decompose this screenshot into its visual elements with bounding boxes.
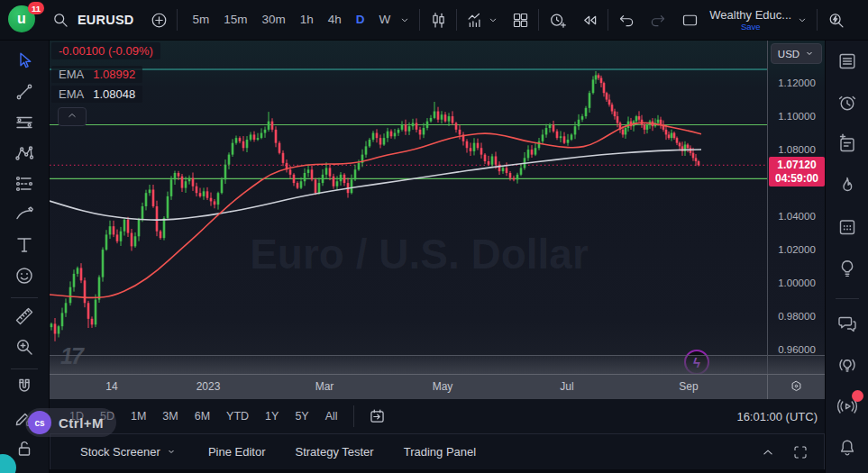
interval-4h[interactable]: 4h [321,7,349,32]
panel-tab-trading-panel[interactable]: Trading Panel [404,445,476,459]
clock-utc: 16:01:00 (UTC) [736,410,818,423]
price-pane[interactable]: 17 -0.00100 (-0.09%) EMA1.08992 EMA1.080… [50,41,767,374]
layout-select-button[interactable] [679,9,700,31]
ema-fast-legend[interactable]: EMA1.08992 [51,66,142,83]
bottom-panel-bar: Stock ScreenerPine EditorStrategy Tester… [50,433,825,469]
noteplus-icon [836,133,858,159]
sidebar-ideas-button[interactable] [832,255,863,286]
layout-name-menu[interactable]: Wealthy Educ... Save [709,8,791,32]
brush-tool[interactable] [9,201,40,232]
text-tool[interactable] [9,232,40,262]
price-tick-label: 0.96000 [768,344,826,355]
save-button[interactable]: Save [741,22,761,32]
search-icon [50,9,71,31]
chevron-down-icon [166,446,178,459]
panel-expand-chevron-up[interactable] [757,441,779,463]
pattern-xabcd-tool[interactable] [9,140,40,170]
range-3m[interactable]: 3M [154,410,186,423]
toolbar-divider [11,297,38,298]
sidebar-notes-button[interactable] [832,131,863,161]
redo-button[interactable] [646,9,668,31]
ema-slow-value: 1.08048 [93,87,135,101]
bell-icon [836,437,858,462]
range-ytd[interactable]: YTD [218,410,257,423]
chevron-down-icon [804,48,815,60]
sidebar-watchlist-button[interactable] [832,48,863,78]
panel-tab-pine-editor[interactable]: Pine Editor [208,445,266,459]
panel-maximize-button[interactable] [790,441,811,463]
magnet-tool[interactable] [9,374,40,405]
cursor-tool[interactable] [9,48,40,78]
sidebar-streams-button[interactable] [832,351,863,382]
gear-icon [789,378,804,397]
price-tick-label: 1.02000 [768,244,826,255]
time-tick-label: 2023 [196,380,221,393]
toolbar-divider [538,9,539,31]
pane-bottom-fade [50,356,825,374]
sidebar-divider [836,298,859,299]
panel-tab-stock-screener[interactable]: Stock Screener [80,445,178,459]
sidebar-alerts-button[interactable] [832,89,863,120]
range-6m[interactable]: 6M [187,410,218,423]
indicators-chevron-down-icon[interactable] [486,9,500,31]
range-5y[interactable]: 5Y [287,410,316,423]
quick-search-icon[interactable] [825,9,846,31]
time-axis[interactable]: 142023MarMayJulSep [50,374,825,399]
interval-15m[interactable]: 15m [216,7,254,32]
ema-slow-legend[interactable]: EMA1.08048 [51,86,142,103]
toolbar-divider [353,405,354,427]
axis-settings-button[interactable] [767,375,825,400]
bar-replay-button[interactable] [579,9,600,31]
price-tick-label: 1.12000 [768,77,826,88]
layout-grid-button[interactable] [509,9,531,31]
interval-D[interactable]: D [349,7,372,32]
sidebar-chat-button[interactable] [832,310,863,341]
interval-30m[interactable]: 30m [254,7,292,32]
layout-chevron-down-icon[interactable] [795,9,809,31]
time-tick-label: Sep [679,380,698,393]
range-all[interactable]: All [317,410,346,423]
window-bottom-strip [0,469,868,473]
compare-add-symbol-button[interactable] [148,9,169,31]
indicators-button[interactable] [464,9,486,31]
forecast-icon [14,173,35,198]
trend-line-tool[interactable] [9,78,40,109]
sidebar-economic-calendar-button[interactable] [832,214,863,244]
fib-icon [14,112,35,137]
screencast-shortcut-overlay: cs Ctrl+M [25,408,116,437]
legend-collapse-button[interactable] [58,107,87,126]
zoom-in-tool[interactable] [9,333,40,364]
forecast-tool[interactable] [9,170,40,201]
undo-button[interactable] [616,9,637,31]
screencast-badge: cs [28,411,51,434]
currency-select[interactable]: USD [771,43,822,64]
interval-W[interactable]: W [372,7,398,32]
sidebar-notifications-button[interactable] [832,434,863,465]
toolbar-divider [11,368,38,369]
symbol-search-button[interactable]: EURUSD [50,9,133,31]
calendar-icon [836,216,858,241]
price-axis[interactable]: USD 1.120001.100001.080001.060001.040001… [767,41,825,374]
sidebar-hotlists-button[interactable] [832,172,863,203]
go-to-date-button[interactable] [367,405,388,427]
flame-icon [836,175,858,200]
date-range-bar: 1D5D1M3M6MYTD1Y5YAll 16:01:00 (UTC) [50,399,825,433]
range-1m[interactable]: 1M [123,410,154,423]
interval-chevron-down-icon[interactable] [397,9,412,31]
magnet-icon [14,377,35,402]
range-1y[interactable]: 1Y [257,410,287,423]
interval-5m[interactable]: 5m [185,7,216,32]
emoji-tool[interactable] [9,262,40,293]
chart-style-candles-button[interactable] [427,9,449,31]
fib-retracement-tool[interactable] [9,109,40,140]
user-menu-button[interactable]: u 11 [8,5,37,34]
ema-fast-line [50,123,701,297]
tradingview-app: u 11 EURUSD 5m15m30m1h4hDW Wealthy Educ.… [0,0,868,473]
alert-add-button[interactable] [546,9,568,31]
measure-tool[interactable] [9,303,40,333]
price-tick-label: 1.08000 [768,144,826,155]
interval-1h[interactable]: 1h [293,7,321,32]
layout-name-label: Wealthy Educ... [709,8,791,22]
panel-tab-strategy-tester[interactable]: Strategy Tester [295,445,373,459]
sidebar-live-button[interactable] [832,393,863,423]
